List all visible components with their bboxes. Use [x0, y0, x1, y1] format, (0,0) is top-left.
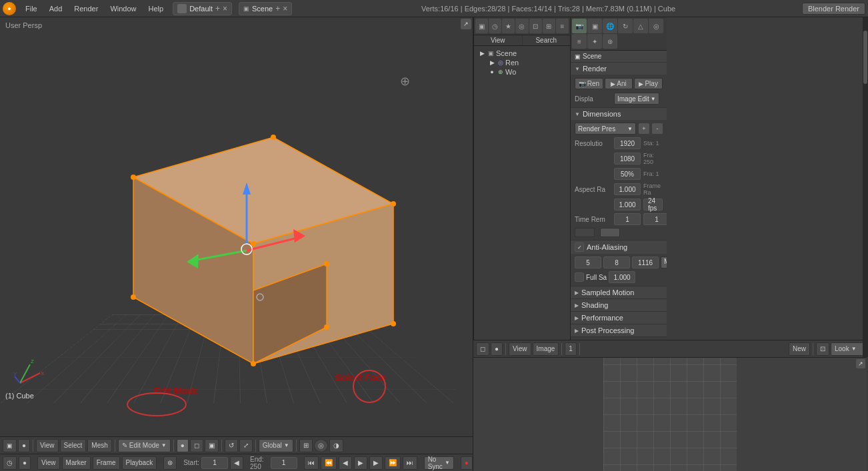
- img-new-btn[interactable]: New: [789, 342, 810, 356]
- outliner-icon5[interactable]: ⊡: [529, 19, 542, 33]
- outliner-icon2[interactable]: ◷: [489, 19, 501, 33]
- render-section-header[interactable]: ▼ Render: [571, 63, 667, 75]
- sampled-motion-header[interactable]: ▶ Sampled Motion: [571, 286, 667, 298]
- menu-render[interactable]: Render: [69, 3, 103, 14]
- play-btn[interactable]: ▶ Play: [634, 78, 663, 89]
- snap-icon[interactable]: ⊞: [299, 439, 313, 452]
- img-image-btn[interactable]: Image: [533, 342, 559, 356]
- look-dropdown[interactable]: Look ▼: [831, 342, 864, 356]
- dimensions-header[interactable]: ▼ Dimensions: [571, 108, 667, 120]
- fullsample-val[interactable]: 1.000: [609, 271, 635, 283]
- props-tab-physics[interactable]: ⊛: [603, 34, 617, 49]
- transform-icon1[interactable]: ↺: [225, 439, 238, 452]
- outliner-icon7[interactable]: ≡: [556, 19, 569, 33]
- aa-header[interactable]: ✓ Anti-Aliasing: [571, 240, 667, 254]
- viewport-canvas[interactable]: User Persp ⊕: [0, 17, 473, 436]
- outliner-icon4[interactable]: ◎: [515, 19, 528, 33]
- mesh-menu-btn[interactable]: Mesh: [87, 439, 111, 452]
- scene-name-label[interactable]: Scene: [583, 53, 601, 60]
- prev-frame-btn[interactable]: ◀: [230, 456, 243, 470]
- props-tab-mesh[interactable]: △: [633, 19, 648, 33]
- post-proc-header[interactable]: ▶ Post Processing: [571, 324, 667, 336]
- props-tab-particles[interactable]: ✦: [587, 34, 602, 49]
- edit-mode-dropdown[interactable]: ✎ Edit Mode ▼: [118, 439, 171, 452]
- viewport-expand-btn[interactable]: ↗: [461, 19, 471, 29]
- aa-val2[interactable]: 8: [603, 256, 630, 268]
- next-btn[interactable]: ▶: [369, 456, 383, 470]
- aa-filter[interactable]: Mitchel: [661, 256, 667, 268]
- shading-header[interactable]: ▶ Shading: [571, 299, 667, 311]
- prev-keyframe-btn[interactable]: ⏪: [321, 456, 337, 470]
- frame-btn[interactable]: Frame: [93, 456, 120, 470]
- aa-checkbox[interactable]: ✓: [575, 242, 584, 252]
- edge-mode-btn[interactable]: ◻: [190, 439, 203, 452]
- outliner-search-btn[interactable]: Search: [523, 35, 571, 45]
- select-menu-btn[interactable]: Select: [60, 439, 87, 452]
- color-swatch-2[interactable]: [600, 228, 620, 237]
- render-btn[interactable]: 📷 Ren: [575, 78, 603, 89]
- outliner-item-world[interactable]: ● ⊛ Wo: [475, 67, 569, 77]
- jump-end-btn[interactable]: ⏭: [403, 456, 417, 470]
- viewport-type-btn[interactable]: ▣: [3, 439, 17, 452]
- props-tab-render[interactable]: 📷: [572, 19, 587, 33]
- global-dropdown[interactable]: Global ▼: [259, 439, 293, 452]
- outliner-icon6[interactable]: ⊞: [543, 19, 555, 33]
- props-tab-world[interactable]: 🌐: [603, 19, 617, 33]
- next-keyframe-btn[interactable]: ⏩: [385, 456, 401, 470]
- res-x-input[interactable]: 1920: [614, 137, 641, 149]
- time-val2[interactable]: 1: [643, 213, 667, 225]
- workspace-scene-selector[interactable]: ▣ Scene + ×: [239, 2, 292, 15]
- layout-add-icon[interactable]: +: [215, 4, 220, 13]
- display-input[interactable]: Image Edit ▼: [614, 93, 659, 105]
- proportional-icon[interactable]: ◎: [314, 439, 328, 452]
- fps-display[interactable]: 24 fps: [643, 199, 663, 211]
- props-tab-material[interactable]: ◎: [649, 19, 663, 33]
- workspace-layout-selector[interactable]: Default + ×: [173, 2, 232, 15]
- vertex-mode-btn[interactable]: ●: [177, 439, 189, 452]
- img-editor-type-icon[interactable]: ◻: [476, 342, 489, 356]
- outliner-icon1[interactable]: ▣: [475, 19, 488, 33]
- prev-btn[interactable]: ◀: [339, 456, 352, 470]
- timeline-lock-icon[interactable]: ●: [19, 456, 31, 470]
- face-mode-btn[interactable]: ▣: [205, 439, 219, 452]
- transform-icon2[interactable]: ⤢: [239, 439, 253, 452]
- record-btn[interactable]: ●: [461, 456, 473, 470]
- outliner-view-btn[interactable]: View: [474, 35, 523, 45]
- jump-start-btn[interactable]: ⏮: [304, 456, 319, 470]
- outliner-item-scene[interactable]: ▶ ▣ Scene: [475, 49, 569, 58]
- menu-add[interactable]: Add: [44, 3, 68, 14]
- layout-close-icon[interactable]: ×: [223, 4, 227, 13]
- proportional2-icon[interactable]: ◑: [329, 439, 343, 452]
- preview-expand-btn[interactable]: ↗: [856, 359, 865, 368]
- play-btn[interactable]: ▶: [354, 456, 367, 470]
- outliner-item-render[interactable]: ▶ ◎ Ren: [475, 58, 569, 67]
- perf-header[interactable]: ▶ Performance: [571, 312, 667, 324]
- fullsample-checkbox[interactable]: [575, 272, 584, 282]
- img-editor-lock-icon[interactable]: ●: [491, 342, 503, 356]
- start-frame-input[interactable]: 1: [201, 457, 228, 469]
- timeline-type-icon[interactable]: ◷: [3, 456, 17, 470]
- animation-icon[interactable]: ⊛: [163, 456, 177, 470]
- render-engine-selector[interactable]: Blender Render: [802, 3, 865, 15]
- dim-add-btn[interactable]: +: [639, 123, 649, 134]
- img-view-btn[interactable]: View: [509, 342, 531, 356]
- view-menu-btn[interactable]: View: [36, 439, 59, 452]
- img-slot-btn[interactable]: 1: [565, 342, 577, 356]
- props-tab-scene[interactable]: ▣: [587, 19, 602, 33]
- dim-remove-btn[interactable]: -: [652, 123, 663, 134]
- scene-add-icon[interactable]: +: [275, 4, 280, 13]
- view-timeline-btn[interactable]: View: [37, 456, 60, 470]
- time-val1[interactable]: 1: [614, 213, 641, 225]
- viewport-lock-btn[interactable]: ●: [18, 439, 30, 452]
- aa-val3[interactable]: 1116: [632, 256, 659, 268]
- viewport-3d[interactable]: User Persp ⊕: [0, 17, 473, 471]
- color-swatch-1[interactable]: [575, 228, 595, 237]
- aa-val1[interactable]: 5: [575, 256, 601, 268]
- aspect-y-input[interactable]: 1.000: [614, 199, 641, 211]
- animate-btn[interactable]: ▶ Ani: [605, 78, 633, 89]
- current-frame-input[interactable]: 1: [271, 457, 297, 469]
- percent-input[interactable]: 50%: [614, 168, 641, 180]
- render-preview-area[interactable]: ↗: [473, 358, 867, 471]
- menu-file[interactable]: File: [20, 3, 43, 14]
- props-tab-texture[interactable]: ≡: [572, 34, 587, 49]
